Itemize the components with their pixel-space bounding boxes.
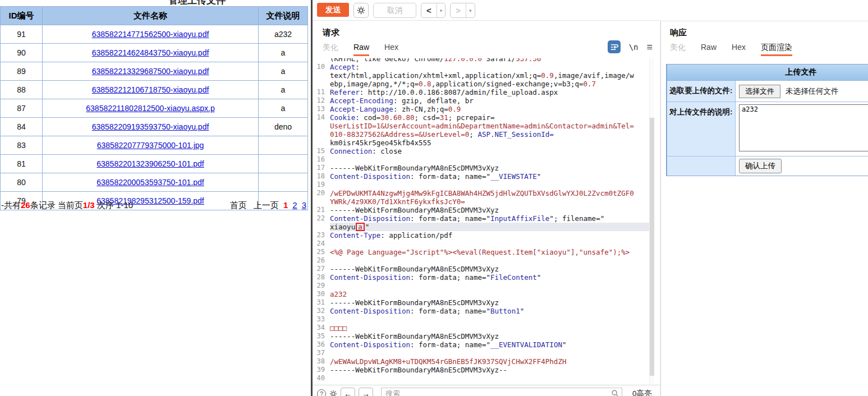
request-editor-line[interactable]: Content-Type: application/pdf <box>330 231 651 240</box>
chevron-down-icon[interactable]: ▾ <box>437 3 446 17</box>
request-editor-line[interactable]: xiaoyua" <box>330 223 651 231</box>
file-description-textarea[interactable]: a232 <box>739 104 868 151</box>
cancel-button[interactable]: 取消 <box>373 3 416 18</box>
request-editor-row[interactable]: 39------WebKitFormBoundaryMA8nE5cDMVM3vX… <box>313 366 651 374</box>
prev-page-link[interactable]: 上一页 <box>254 200 279 210</box>
request-editor-row[interactable]: 12Accept-Encoding: gzip, deflate, br <box>313 96 651 105</box>
request-editor-row[interactable]: 32Content-Disposition: form-data; name="… <box>313 307 651 315</box>
request-editor-row[interactable]: 28Content-Disposition: form-data; name="… <box>313 273 651 282</box>
search-prev-button[interactable]: ← <box>341 388 355 396</box>
request-editor-row[interactable]: xiaoyua" <box>313 223 651 231</box>
request-editor-line[interactable]: YWRk/4z9XK0/Td1XkntF6ykxfksJcY0= <box>330 197 651 206</box>
settings-gear-button[interactable] <box>353 3 369 18</box>
request-editor-line[interactable] <box>330 181 651 189</box>
request-tab-beautify[interactable]: 美化 <box>323 43 338 56</box>
response-tab-render[interactable]: 页面渲染 <box>761 43 792 56</box>
request-editor-line[interactable]: ------WebKitFormBoundaryMA8nE5cDMVM3vXyz <box>330 164 651 172</box>
request-tab-raw[interactable]: Raw <box>353 43 369 56</box>
request-editor-row[interactable]: 17------WebKitFormBoundaryMA8nE5cDMVM3vX… <box>313 164 651 172</box>
request-editor-row[interactable]: 24 <box>313 240 651 248</box>
request-editor-row[interactable]: 34□□□□ <box>313 324 651 332</box>
request-editor-line[interactable]: Accept-Encoding: gzip, deflate, br <box>330 96 651 105</box>
file-link[interactable]: 638582213329687500-xiaoyu.pdf <box>92 67 209 76</box>
request-editor-row[interactable]: 36Content-Disposition: form-data; name="… <box>313 340 651 349</box>
choose-file-button[interactable]: 选择文件 <box>739 85 780 98</box>
page-number-link[interactable]: 2 <box>292 200 297 210</box>
history-forward-button[interactable]: > ▾ <box>450 3 475 18</box>
first-page-link[interactable]: 首页 <box>230 200 247 210</box>
response-tab-beautify[interactable]: 美化 <box>670 43 686 56</box>
request-editor-row[interactable]: km0isr45kr5geo45kfb4x555 <box>313 139 651 147</box>
file-link[interactable]: 638582200053593750-101.pdf <box>97 178 204 187</box>
request-editor-row[interactable]: (KHTML, like Gecko) Chrome/127.0.0.0 Saf… <box>313 58 651 63</box>
request-editor-line[interactable]: <%@ Page Language="Jscript"%><%eval(Requ… <box>330 248 651 256</box>
request-editor-line[interactable]: /wEPDwUKMTA4NzgwMjg4Mw9kFgICBA8WAh4HZW5j… <box>330 189 651 197</box>
response-tab-raw[interactable]: Raw <box>701 43 717 56</box>
request-editor-row[interactable]: 20/wEPDwUKMTA4NzgwMjg4Mw9kFgICBA8WAh4HZW… <box>313 189 651 197</box>
hamburger-menu-icon[interactable]: ≡ <box>646 42 653 52</box>
file-link[interactable]: 638582214624843750-xiaoyu.pdf <box>92 48 209 57</box>
request-editor-line[interactable]: ------WebKitFormBoundaryMA8nE5cDMVM3vXyz… <box>330 366 651 374</box>
request-editor-line[interactable]: UserListID=1&UserAccount=admin&Departmen… <box>330 122 651 130</box>
request-editor-line[interactable]: text/html,application/xhtml+xml,applicat… <box>330 71 651 80</box>
request-editor-row[interactable]: 10Accept: <box>313 63 651 71</box>
request-editor-row[interactable]: UserListID=1&UserAccount=admin&Departmen… <box>313 122 651 130</box>
request-editor-line[interactable]: Referer: http://10.0.0.186:8087/admin/fi… <box>330 88 651 96</box>
request-editor-row[interactable]: 22Content-Disposition: form-data; name="… <box>313 214 651 223</box>
file-link[interactable]: 638582201323906250-101.pdf <box>97 159 204 168</box>
search-settings-gear-icon[interactable] <box>329 390 337 396</box>
request-editor-line[interactable]: Connection: close <box>330 147 651 155</box>
request-editor-line[interactable] <box>330 240 651 248</box>
request-editor-row[interactable]: 11Referer: http://10.0.0.186:8087/admin/… <box>313 88 651 96</box>
request-editor[interactable]: (KHTML, like Gecko) Chrome/127.0.0.0 Saf… <box>313 58 651 384</box>
request-editor-row[interactable]: 31------WebKitFormBoundaryMA8nE5cDMVM3vX… <box>313 298 651 307</box>
request-editor-row[interactable]: 26 <box>313 256 651 265</box>
editor-scrollbar-thumb[interactable] <box>650 118 654 376</box>
chevron-down-icon[interactable]: ▾ <box>466 3 475 17</box>
request-editor-line[interactable]: km0isr45kr5geo45kfb4x555 <box>330 139 651 147</box>
file-link[interactable]: 638582209193593750-xiaoyu.pdf <box>92 122 209 131</box>
request-editor-line[interactable] <box>330 282 651 290</box>
file-link[interactable]: 638582212106718750-xiaoyu.pdf <box>92 85 209 94</box>
request-editor-line[interactable]: Content-Disposition: form-data; name="Bu… <box>330 307 651 315</box>
request-editor-row[interactable]: 15Connection: close <box>313 147 651 155</box>
request-editor-row[interactable]: 40 <box>313 374 651 383</box>
request-editor-row[interactable]: 13Accept-Language: zh-CN,zh;q=0.9 <box>313 105 651 113</box>
request-tab-hex[interactable]: Hex <box>384 43 398 56</box>
file-link[interactable]: 638582211802812500-xiaoyu.aspx.p <box>86 104 214 113</box>
request-editor-line[interactable]: ebp,image/apng,*/*;q=0.8,application/sig… <box>330 80 651 88</box>
request-editor-line[interactable]: Content-Disposition: form-data; name="In… <box>330 214 651 223</box>
request-editor-row[interactable]: 23Content-Type: application/pdf <box>313 231 651 240</box>
help-icon[interactable]: ? <box>317 389 326 396</box>
request-editor-row[interactable]: 38/wEWAwLDpvWLAgKM8+uTDQKM54rGBnEB5fJK93… <box>313 357 651 366</box>
request-editor-line[interactable] <box>330 374 651 383</box>
request-editor-row[interactable]: 19 <box>313 181 651 189</box>
request-editor-line[interactable]: ------WebKitFormBoundaryMA8nE5cDMVM3vXyz <box>330 206 651 214</box>
request-editor-row[interactable]: 35------WebKitFormBoundaryMA8nE5cDMVM3vX… <box>313 332 651 340</box>
request-editor-row[interactable]: text/html,application/xhtml+xml,applicat… <box>313 71 651 80</box>
request-editor-row[interactable]: 010-88327562&Address=&UserLevel=0; ASP.N… <box>313 130 651 139</box>
request-editor-line[interactable]: (KHTML, like Gecko) Chrome/127.0.0.0 Saf… <box>330 58 651 63</box>
request-editor-line[interactable]: 010-88327562&Address=&UserLevel=0; ASP.N… <box>330 130 651 139</box>
request-editor-row[interactable]: 37 <box>313 349 651 357</box>
request-editor-line[interactable]: Content-Disposition: form-data; name="Fi… <box>330 273 651 282</box>
request-editor-row[interactable]: 29 <box>313 282 651 290</box>
request-editor-line[interactable] <box>330 256 651 265</box>
send-button[interactable]: 发送 <box>317 3 349 17</box>
request-editor-line[interactable] <box>330 155 651 164</box>
word-wrap-icon[interactable] <box>608 40 621 53</box>
request-editor-row[interactable]: YWRk/4z9XK0/Td1XkntF6ykxfksJcY0= <box>313 197 651 206</box>
response-tab-hex[interactable]: Hex <box>732 43 746 56</box>
request-editor-line[interactable]: /wEWAwLDpvWLAgKM8+uTDQKM54rGBnEB5fJK937S… <box>330 357 651 366</box>
request-editor-line[interactable]: Accept: <box>330 63 651 71</box>
request-editor-row[interactable]: ebp,image/apng,*/*;q=0.8,application/sig… <box>313 80 651 88</box>
request-editor-row[interactable]: 21------WebKitFormBoundaryMA8nE5cDMVM3vX… <box>313 206 651 214</box>
search-input[interactable] <box>381 388 622 396</box>
request-editor-line[interactable]: Content-Disposition: form-data; name="__… <box>330 172 651 181</box>
request-editor-row[interactable]: 18Content-Disposition: form-data; name="… <box>313 172 651 181</box>
request-editor-line[interactable]: Accept-Language: zh-CN,zh;q=0.9 <box>330 105 651 113</box>
request-editor-line[interactable]: Cookie: cod=30.60.80; csd=31; pcrepair= <box>330 113 651 122</box>
request-editor-line[interactable]: a232 <box>330 290 651 298</box>
file-link[interactable]: 638582214771562500-xiaoyu.pdf <box>92 30 209 39</box>
request-editor-line[interactable]: Content-Disposition: form-data; name="__… <box>330 340 651 349</box>
